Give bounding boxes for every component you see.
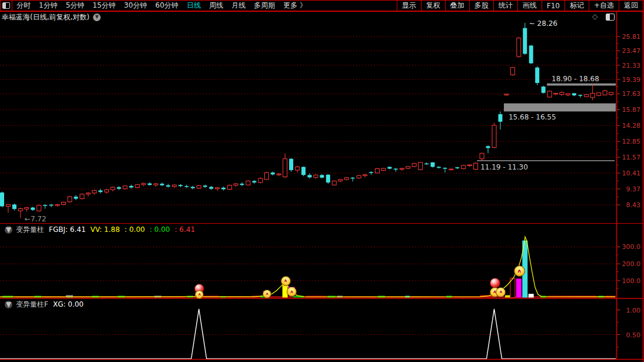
gold-coin-marker: ∧ [195, 290, 204, 299]
menu-item-6[interactable]: 日线 [182, 1, 205, 11]
window-icon [2, 2, 10, 9]
svg-text:25.81: 25.81 [622, 33, 641, 41]
menu-item-10[interactable]: 更多 》 [279, 1, 311, 11]
indicator-field-4: : 0.00 [150, 225, 170, 234]
panel-layout-icon[interactable] [606, 14, 615, 21]
svg-text:9.37: 9.37 [626, 185, 641, 193]
svg-text:0.50: 0.50 [626, 331, 641, 339]
svg-text:17.63: 17.63 [622, 90, 641, 98]
svg-text:11.19 - 11.30: 11.19 - 11.30 [480, 163, 528, 171]
toolbar-button-6[interactable]: F10 [542, 1, 565, 11]
xg-line [0, 309, 616, 359]
svg-text:15.87: 15.87 [622, 106, 641, 114]
toolbar-menu: 显示复权叠加多股统计画线F10标记+自选返回 [397, 1, 643, 11]
indicator2-header: ▼ 变异量柱FXG: 0.00 [1, 300, 88, 309]
menu-item-3[interactable]: 15分钟 [88, 1, 119, 11]
svg-text:1.00: 1.00 [626, 307, 641, 314]
indicator2-grid: 1.000.50 [0, 307, 640, 347]
menu-item-8[interactable]: 月线 [227, 1, 250, 11]
period-menu: 分时1分钟5分钟15分钟30分钟60分钟日线周线月线多周期更多 》 [12, 1, 311, 11]
trading-app-window: 25.8123.4721.3319.3917.6315.8714.2812.85… [0, 0, 644, 362]
svg-text:100.0: 100.0 [622, 277, 641, 285]
svg-text:11.57: 11.57 [622, 154, 641, 161]
svg-text:8.43: 8.43 [626, 201, 641, 209]
main-y-axis: 25.8123.4721.3319.3917.6315.8714.2812.85… [617, 33, 641, 209]
toolbar-button-5[interactable]: 画线 [517, 1, 542, 11]
svg-text:12.85: 12.85 [622, 138, 641, 145]
toolbar-button-9[interactable]: 返回 [619, 1, 643, 11]
toolbar-button-3[interactable]: 多股 [469, 1, 493, 11]
svg-text:19.39: 19.39 [622, 76, 641, 84]
svg-text:18.90 - 18.68: 18.90 - 18.68 [552, 75, 599, 83]
indicator-field-5: : 6.41 [175, 225, 195, 234]
chart-title: 幸福蓝海(日线,前复权,对数) [2, 12, 89, 22]
menu-item-1[interactable]: 1分钟 [35, 1, 62, 11]
svg-text:15.68 - 16.55: 15.68 - 16.55 [509, 113, 556, 121]
toolbar-button-8[interactable]: +自选 [589, 1, 619, 11]
menu-item-2[interactable]: 5分钟 [62, 1, 89, 11]
toolbar-button-1[interactable]: 复权 [421, 1, 445, 11]
indicator1-grid: 300.0200.0100.0 [0, 243, 640, 288]
svg-text:21.33: 21.33 [622, 62, 641, 69]
menu-item-5[interactable]: 60分钟 [151, 1, 182, 11]
svg-text:~ 28.26: ~ 28.26 [529, 19, 557, 28]
frame-lines [0, 0, 643, 362]
indicator-field-1: FGBJ: 6.41 [49, 225, 86, 234]
svg-text:300.0: 300.0 [622, 243, 641, 251]
gold-coin-marker: ∧ [281, 276, 291, 286]
menu-item-4[interactable]: 30分钟 [120, 1, 151, 11]
title-bar: 幸福蓝海(日线,前复权,对数) ▼ [0, 12, 101, 22]
svg-text:23.47: 23.47 [622, 47, 641, 55]
toolbar-button-4[interactable]: 统计 [493, 1, 517, 11]
toolbar-button-2[interactable]: 叠加 [445, 1, 469, 11]
svg-text:10.41: 10.41 [622, 170, 641, 177]
top-menu-bar: 分时1分钟5分钟15分钟30分钟60分钟日线周线月线多周期更多 》 显示复权叠加… [0, 0, 643, 11]
collapse-indicator2-icon[interactable]: ▼ [5, 301, 12, 308]
chevron-down-icon[interactable]: ▼ [93, 14, 101, 21]
menu-item-0[interactable]: 分时 [12, 1, 35, 11]
gap-zones: 18.90 - 18.6815.68 - 16.5511.19 - 11.30 [477, 75, 616, 171]
indicator-field-3: : 0.00 [125, 225, 145, 234]
chart-canvas[interactable]: 25.8123.4721.3319.3917.6315.8714.2812.85… [0, 0, 644, 362]
collapse-indicator1-icon[interactable]: ▼ [5, 226, 12, 234]
menu-item-7[interactable]: 周线 [205, 1, 227, 11]
indicator-field-1: XG: 0.00 [53, 300, 84, 308]
indicator1-header: ▼ 变异量柱FGBJ: 6.41VV: 1.88: 0.00: 0.00: 6.… [1, 225, 200, 234]
svg-text:←7.72: ←7.72 [25, 215, 47, 223]
indicator-field-2: VV: 1.88 [91, 225, 120, 234]
window-menu-button[interactable] [1, 1, 12, 11]
toolbar-button-0[interactable]: 显示 [397, 1, 421, 11]
svg-text:200.0: 200.0 [622, 260, 641, 268]
toolbar-button-7[interactable]: 标记 [565, 1, 589, 11]
diamond-icon[interactable]: ◇ [592, 12, 597, 21]
indicator-field-0: 变异量柱 [16, 225, 44, 235]
indicator-field-0: 变异量柱F [16, 300, 48, 310]
menu-item-9[interactable]: 多周期 [250, 1, 279, 11]
svg-text:14.28: 14.28 [622, 122, 641, 129]
